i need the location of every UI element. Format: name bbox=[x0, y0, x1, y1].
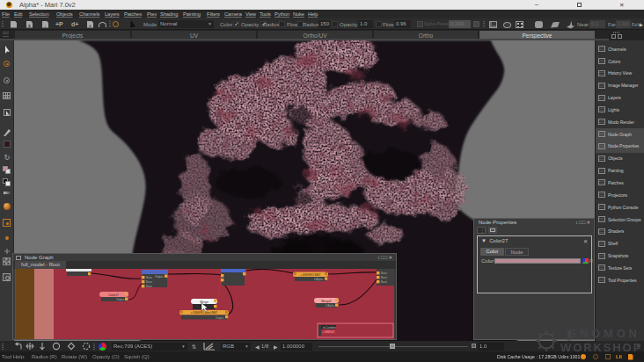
svg-text:Merge2: Merge2 bbox=[321, 300, 332, 303]
svg-text:Base: Base bbox=[146, 280, 152, 284]
svg-text:Merge: Merge bbox=[200, 300, 209, 304]
svg-text:0 Alpha: 0 Alpha bbox=[314, 278, 323, 281]
svg-text:Base: Base bbox=[381, 276, 387, 279]
svg-text:0 Alpha: 0 Alpha bbox=[326, 304, 334, 308]
svg-text:Output: Output bbox=[216, 316, 223, 320]
svg-text:c.8368f9f1 paint BM7: c.8368f9f1 paint BM7 bbox=[191, 311, 217, 315]
svg-text:Output: Output bbox=[155, 275, 163, 279]
svg-text:c.98881d7: c.98881d7 bbox=[323, 330, 335, 334]
svg-text:Color17: Color17 bbox=[108, 293, 119, 297]
svg-text:m.Combine: m.Combine bbox=[323, 326, 337, 329]
svg-text:Base: Base bbox=[146, 285, 152, 288]
svg-text:Base: Base bbox=[381, 280, 387, 284]
svg-text:Base: Base bbox=[381, 272, 387, 275]
svg-text:Base: Base bbox=[146, 276, 152, 279]
svg-text:c.8368f9f1 BM7: c.8368f9f1 BM7 bbox=[301, 273, 321, 277]
svg-text:Output: Output bbox=[116, 298, 124, 301]
